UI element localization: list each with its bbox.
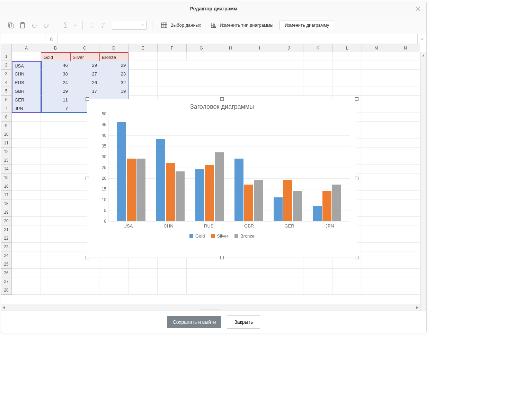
cell[interactable]: [245, 277, 274, 286]
cell[interactable]: [187, 269, 216, 277]
cell[interactable]: [391, 251, 420, 260]
column-header[interactable]: G: [187, 44, 216, 52]
cell[interactable]: [391, 217, 420, 225]
cell[interactable]: [245, 260, 274, 269]
cell[interactable]: [362, 260, 391, 269]
cell[interactable]: [332, 269, 362, 277]
cell[interactable]: [362, 208, 391, 217]
cell[interactable]: [391, 165, 420, 173]
cell[interactable]: [99, 260, 128, 269]
cell[interactable]: [128, 78, 158, 87]
cell[interactable]: [362, 199, 391, 208]
formula-input[interactable]: [58, 34, 417, 44]
cell[interactable]: CHN: [12, 70, 41, 78]
chart-bar[interactable]: [195, 169, 204, 221]
cell[interactable]: [128, 260, 158, 269]
cell[interactable]: [12, 217, 41, 225]
cell[interactable]: [12, 191, 41, 199]
resize-handle[interactable]: [220, 97, 224, 101]
edit-chart-button[interactable]: Изменить диаграмму: [280, 20, 334, 30]
cell[interactable]: [362, 96, 391, 104]
cell[interactable]: [187, 260, 216, 269]
cell[interactable]: [158, 61, 187, 70]
resize-handle[interactable]: [355, 256, 358, 259]
cell[interactable]: [303, 61, 332, 70]
cell[interactable]: [41, 251, 70, 260]
cell[interactable]: [303, 260, 332, 269]
row-header[interactable]: 26: [1, 269, 12, 277]
row-header[interactable]: 11: [1, 139, 12, 148]
cell[interactable]: [12, 208, 41, 217]
vertical-scrollbar[interactable]: ▲: [420, 52, 426, 311]
cell[interactable]: [41, 122, 70, 130]
cell[interactable]: [12, 139, 41, 148]
row-header[interactable]: 12: [1, 148, 12, 156]
cell[interactable]: [332, 61, 362, 70]
cell[interactable]: [391, 182, 420, 191]
cell[interactable]: 27: [70, 70, 99, 78]
cell[interactable]: [70, 277, 99, 286]
increase-decimal-icon[interactable]: .00: [100, 21, 108, 29]
cell[interactable]: Gold: [41, 52, 70, 61]
cell[interactable]: [41, 286, 70, 295]
row-header[interactable]: 20: [1, 217, 12, 225]
chart-bar[interactable]: [254, 180, 263, 221]
column-header[interactable]: E: [128, 44, 158, 52]
cell[interactable]: [332, 286, 362, 295]
cell[interactable]: 19: [99, 87, 128, 96]
undo-icon[interactable]: [30, 21, 38, 29]
cell[interactable]: [332, 70, 362, 78]
chart-bar[interactable]: [332, 185, 341, 221]
cell[interactable]: [391, 104, 420, 113]
cell[interactable]: [332, 260, 362, 269]
cell[interactable]: [362, 225, 391, 234]
cell[interactable]: [158, 70, 187, 78]
cell[interactable]: [158, 52, 187, 61]
chart-bar[interactable]: [244, 185, 253, 221]
cell[interactable]: [12, 269, 41, 277]
cell[interactable]: [158, 277, 187, 286]
row-header[interactable]: 4: [1, 78, 12, 87]
cell[interactable]: [362, 269, 391, 277]
cell[interactable]: [41, 191, 70, 199]
cell[interactable]: [12, 52, 41, 61]
cell[interactable]: [41, 156, 70, 165]
cell[interactable]: [391, 269, 420, 277]
row-header[interactable]: 8: [1, 113, 12, 122]
cell[interactable]: GBR: [12, 87, 41, 96]
chart-bar[interactable]: [176, 171, 185, 221]
resize-handle[interactable]: [220, 256, 224, 259]
cell[interactable]: [12, 225, 41, 234]
cell[interactable]: [391, 139, 420, 148]
cell[interactable]: [12, 130, 41, 139]
row-header[interactable]: 3: [1, 70, 12, 78]
cell[interactable]: [362, 130, 391, 139]
row-header[interactable]: 25: [1, 260, 12, 269]
column-header[interactable]: C: [70, 44, 99, 52]
cell[interactable]: [362, 70, 391, 78]
cell[interactable]: [332, 52, 362, 61]
cell[interactable]: [187, 78, 216, 87]
cell[interactable]: [12, 251, 41, 260]
cell[interactable]: 32: [99, 78, 128, 87]
cell[interactable]: [158, 78, 187, 87]
cell[interactable]: [216, 277, 245, 286]
cell[interactable]: [128, 52, 158, 61]
cell[interactable]: [362, 217, 391, 225]
cell[interactable]: Bronze: [99, 52, 128, 61]
cell[interactable]: [274, 78, 303, 87]
cell[interactable]: [245, 61, 274, 70]
chart-bar[interactable]: [205, 165, 214, 221]
cell[interactable]: [12, 173, 41, 182]
cell[interactable]: [303, 70, 332, 78]
sum-dropdown-icon[interactable]: [73, 21, 77, 29]
cell[interactable]: [99, 286, 128, 295]
cell[interactable]: [41, 148, 70, 156]
cell[interactable]: Silver: [70, 52, 99, 61]
row-header[interactable]: 9: [1, 122, 12, 130]
cell[interactable]: [362, 113, 391, 122]
cell[interactable]: [391, 96, 420, 104]
cell[interactable]: [391, 52, 420, 61]
row-header[interactable]: 22: [1, 234, 12, 243]
cell[interactable]: [303, 286, 332, 295]
